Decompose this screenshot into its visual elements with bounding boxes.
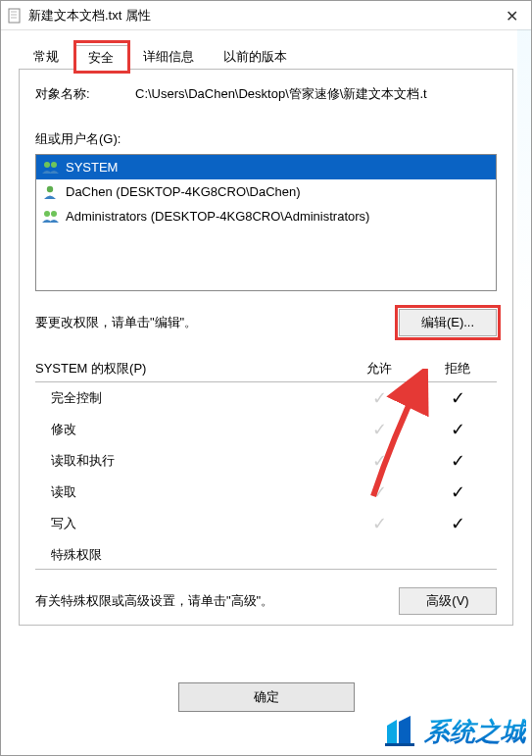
edit-button[interactable]: 编辑(E)... (399, 309, 497, 336)
perm-row: 特殊权限 (35, 539, 497, 571)
check-icon: ✓ (340, 481, 418, 503)
object-name-row: 对象名称: C:\Users\DaChen\Desktop\管家速修\新建文本文… (35, 85, 497, 103)
list-item-label: SYSTEM (66, 160, 118, 175)
group-icon (40, 159, 62, 176)
perm-label: 写入 (51, 515, 340, 532)
group-icon (40, 208, 62, 226)
object-name-label: 对象名称: (35, 85, 135, 103)
check-icon: ✓ (340, 419, 418, 440)
permissions-table: 完全控制 ✓ ✓ 修改 ✓ ✓ 读取和执行 ✓ ✓ (35, 381, 497, 570)
user-icon (40, 183, 62, 201)
file-icon (7, 8, 23, 24)
watermark-text: 系统之城 (424, 715, 526, 749)
svg-point-8 (51, 211, 57, 217)
perm-label: 完全控制 (51, 389, 340, 407)
svg-point-5 (51, 162, 57, 168)
perm-row: 修改 ✓ ✓ (35, 414, 497, 445)
tab-general[interactable]: 常规 (19, 44, 73, 70)
dialog-content: 常规 安全 详细信息 以前的版本 对象名称: C:\Users\DaChen\D… (1, 30, 531, 673)
tab-details[interactable]: 详细信息 (128, 44, 209, 70)
svg-point-6 (47, 185, 53, 191)
svg-point-4 (44, 162, 50, 168)
advanced-row: 有关特殊权限或高级设置，请单击"高级"。 高级(V) (35, 587, 497, 615)
perm-label: 读取和执行 (51, 452, 340, 470)
security-panel: 对象名称: C:\Users\DaChen\Desktop\管家速修\新建文本文… (19, 70, 513, 626)
tab-previous-versions[interactable]: 以前的版本 (209, 44, 302, 70)
svg-rect-0 (9, 9, 20, 23)
list-item-label: Administrators (DESKTOP-4KG8CRO\Administ… (66, 209, 369, 224)
svg-rect-9 (385, 743, 414, 746)
permissions-header: SYSTEM 的权限(P) 允许 拒绝 (35, 360, 497, 378)
watermark-icon (383, 714, 420, 750)
check-icon: ✓ (418, 481, 497, 503)
window-title: 新建文本文档.txt 属性 (28, 7, 151, 25)
close-icon[interactable]: ✕ (492, 1, 531, 30)
perm-row: 写入 ✓ ✓ (35, 508, 497, 539)
edit-hint: 要更改权限，请单击"编辑"。 (35, 314, 197, 331)
check-icon: ✓ (340, 450, 418, 472)
column-allow: 允许 (340, 360, 418, 378)
check-icon: ✓ (340, 387, 418, 409)
list-item[interactable]: DaChen (DESKTOP-4KG8CRO\DaChen) (36, 179, 496, 204)
object-name-value: C:\Users\DaChen\Desktop\管家速修\新建文本文档.t (135, 85, 497, 103)
svg-point-7 (44, 211, 50, 217)
perm-row: 读取和执行 ✓ ✓ (35, 445, 497, 477)
advanced-hint: 有关特殊权限或高级设置，请单击"高级"。 (35, 592, 273, 610)
edit-row: 要更改权限，请单击"编辑"。 编辑(E)... (35, 309, 497, 336)
ok-button[interactable]: 确定 (178, 682, 355, 712)
list-item[interactable]: Administrators (DESKTOP-4KG8CRO\Administ… (36, 204, 496, 228)
check-icon: ✓ (418, 450, 497, 472)
users-label: 组或用户名(G): (35, 130, 497, 148)
check-icon: ✓ (418, 387, 497, 409)
users-listbox[interactable]: SYSTEM DaChen (DESKTOP-4KG8CRO\DaChen) A… (35, 154, 497, 291)
column-deny: 拒绝 (418, 360, 497, 378)
check-icon: ✓ (418, 419, 497, 440)
tab-security[interactable]: 安全 (73, 45, 128, 71)
perm-label: 修改 (51, 421, 340, 438)
titlebar: 新建文本文档.txt 属性 ✕ (1, 1, 531, 30)
perm-row: 读取 ✓ ✓ (35, 477, 497, 508)
list-item[interactable]: SYSTEM (36, 155, 496, 179)
permissions-section: SYSTEM 的权限(P) 允许 拒绝 完全控制 ✓ ✓ 修改 ✓ ✓ (35, 360, 497, 570)
watermark: 系统之城 (383, 714, 526, 750)
list-item-label: DaChen (DESKTOP-4KG8CRO\DaChen) (66, 184, 301, 199)
perm-label: 读取 (51, 483, 340, 501)
tab-bar: 常规 安全 详细信息 以前的版本 (19, 44, 513, 70)
permissions-header-label: SYSTEM 的权限(P) (35, 360, 340, 378)
properties-dialog: 新建文本文档.txt 属性 ✕ 常规 安全 详细信息 以前的版本 对象名称: C… (0, 0, 532, 756)
check-icon: ✓ (340, 513, 418, 534)
perm-label: 特殊权限 (51, 546, 340, 564)
perm-row: 完全控制 ✓ ✓ (35, 382, 497, 414)
advanced-button[interactable]: 高级(V) (399, 587, 497, 615)
check-icon: ✓ (418, 513, 497, 534)
